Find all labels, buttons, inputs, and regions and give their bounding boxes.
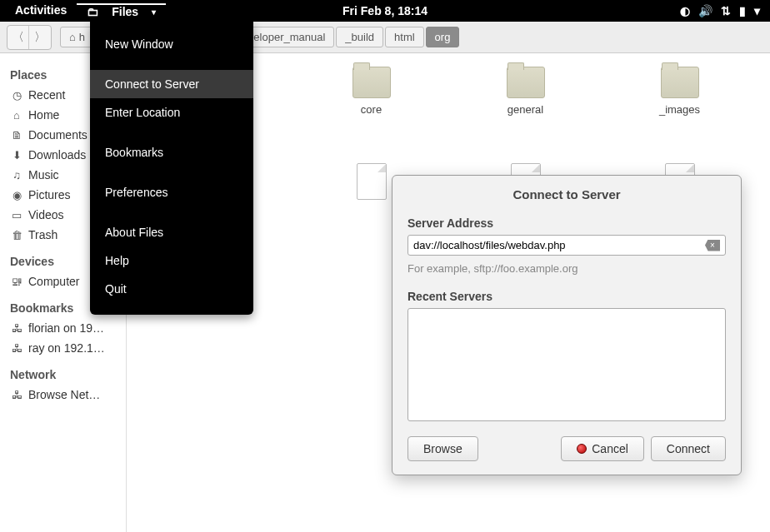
activities-button[interactable]: Activities: [10, 3, 72, 18]
home-icon: ⌂: [69, 31, 76, 43]
back-button[interactable]: 〈: [8, 26, 29, 49]
nav-buttons: 〈 〉: [7, 25, 52, 50]
menu-separator: [90, 167, 253, 178]
server-icon: 🖧: [10, 342, 23, 355]
menu-about[interactable]: About Files: [90, 218, 253, 246]
chevron-down-icon: ▾: [147, 7, 161, 17]
files-app-icon: 🗀: [82, 5, 103, 18]
app-menu-button[interactable]: 🗀 Files ▾: [77, 3, 166, 18]
menu-quit[interactable]: Quit: [90, 275, 253, 303]
server-address-input[interactable]: [413, 239, 705, 251]
file-icon: [357, 163, 387, 200]
server-address-row: ×: [408, 235, 726, 256]
clear-input-icon[interactable]: ×: [705, 240, 720, 251]
menu-separator: [90, 58, 253, 70]
path-home[interactable]: ⌂h: [60, 27, 94, 47]
menu-preferences[interactable]: Preferences: [90, 178, 253, 206]
sidebar-item-bookmark[interactable]: 🖧ray on 192.1…: [3, 338, 122, 358]
network-icon[interactable]: ⇅: [721, 4, 731, 17]
menu-separator: [90, 127, 253, 138]
forward-button[interactable]: 〉: [29, 26, 51, 49]
folder-item[interactable]: core: [298, 67, 445, 158]
home-icon: ⌂: [10, 109, 23, 122]
menu-help[interactable]: Help: [90, 246, 253, 275]
folder-icon: [661, 67, 699, 98]
videos-icon: ▭: [10, 209, 23, 221]
music-icon: ♫: [10, 169, 23, 181]
recent-servers-list[interactable]: [408, 308, 726, 421]
menu-new-window[interactable]: New Window: [90, 30, 253, 58]
address-hint: For example, sftp://foo.example.org: [408, 262, 726, 275]
trash-icon: 🗑: [10, 229, 23, 241]
network-heading: Network: [3, 358, 122, 385]
folder-item[interactable]: _images: [606, 67, 753, 158]
downloads-icon: ⬇: [10, 149, 23, 162]
menu-bookmarks[interactable]: Bookmarks: [90, 138, 253, 167]
path-seg[interactable]: _build: [336, 27, 383, 47]
connect-button[interactable]: Connect: [651, 436, 726, 461]
folder-item[interactable]: general: [452, 67, 599, 158]
folder-icon: [507, 67, 545, 98]
server-address-label: Server Address: [408, 216, 726, 230]
recent-icon: ◷: [10, 89, 23, 102]
dialog-title: Connect to Server: [408, 187, 726, 201]
sidebar-item-browse-network[interactable]: 🖧Browse Net…: [3, 385, 122, 405]
pictures-icon: ◉: [10, 189, 23, 201]
cancel-button[interactable]: Cancel: [561, 436, 644, 461]
folder-icon: [352, 67, 391, 98]
server-icon: 🖧: [10, 322, 23, 335]
stop-icon: [577, 444, 587, 454]
menu-connect-to-server[interactable]: Connect to Server: [90, 70, 253, 98]
accessibility-icon[interactable]: ◐: [680, 4, 690, 17]
recent-servers-label: Recent Servers: [408, 290, 726, 303]
connect-to-server-dialog: Connect to Server Server Address × For e…: [392, 175, 742, 475]
documents-icon: 🗎: [10, 129, 23, 142]
browse-button[interactable]: Browse: [408, 436, 478, 461]
network-icon: 🖧: [10, 389, 23, 401]
path-seg-current[interactable]: org: [426, 27, 460, 47]
dialog-button-row: Browse Cancel Connect: [408, 436, 726, 461]
path-seg[interactable]: html: [385, 27, 424, 47]
volume-icon[interactable]: 🔊: [698, 4, 712, 17]
battery-icon[interactable]: ▮: [739, 4, 746, 17]
menu-enter-location[interactable]: Enter Location: [90, 98, 253, 127]
computer-icon: 🖳: [10, 276, 23, 288]
clock-label[interactable]: Fri Feb 8, 18:14: [342, 4, 428, 17]
user-menu[interactable]: ▾: [754, 4, 760, 17]
sidebar-item-bookmark[interactable]: 🖧florian on 19…: [3, 318, 122, 338]
app-menu: New Window Connect to Server Enter Locat…: [90, 22, 253, 315]
menu-separator: [90, 206, 253, 218]
